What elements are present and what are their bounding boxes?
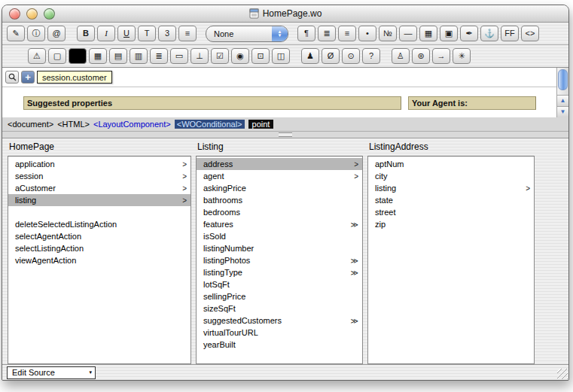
table-cell-button[interactable]: ▥ xyxy=(130,48,148,64)
draw-marker-button[interactable]: ✎ xyxy=(7,26,25,41)
breadcrumb-item[interactable]: <document> xyxy=(8,120,53,129)
keypath-field[interactable]: session.customer xyxy=(37,71,112,84)
list-item[interactable]: city xyxy=(368,170,534,182)
table-cell-suggested-properties[interactable]: Suggested properties xyxy=(23,96,401,110)
breadcrumb-item[interactable]: <LayoutComponent> xyxy=(93,120,171,129)
list-item[interactable]: virtualTourURL xyxy=(197,327,362,339)
bold-button[interactable]: B xyxy=(77,26,95,41)
source-tags-button[interactable]: <> xyxy=(521,26,539,41)
submit-button-button[interactable]: ▭ xyxy=(170,48,188,64)
window: HomePage.wo ✎ⓘ@ BIUT3≡ None ▲ ▼ ¶≣≡•№—▦▣… xyxy=(2,5,569,381)
table-element-button[interactable]: ▦ xyxy=(89,48,107,64)
paragraph-style-button[interactable]: ≡ xyxy=(178,26,197,41)
list-item[interactable]: listing> xyxy=(368,182,534,194)
align-left-button[interactable]: ≣ xyxy=(318,26,336,41)
list-item[interactable]: state xyxy=(368,194,534,206)
embed-code-button[interactable]: ⊛ xyxy=(412,48,430,64)
pilcrow-button[interactable]: ¶ xyxy=(297,26,315,41)
numbered-list-button[interactable]: № xyxy=(379,26,397,41)
list-item[interactable]: askingPrice xyxy=(197,182,362,194)
minimize-button[interactable] xyxy=(26,8,38,20)
woelement-button[interactable]: ▢ xyxy=(48,48,66,64)
arrow-button[interactable]: → xyxy=(432,48,450,64)
pane-splitter[interactable] xyxy=(2,132,568,138)
breadcrumb-item[interactable]: point xyxy=(248,120,274,129)
list-item[interactable]: isSold xyxy=(197,230,362,242)
popup-element-button[interactable]: ◫ xyxy=(272,48,290,64)
close-button[interactable] xyxy=(9,8,20,20)
inspector-button[interactable]: @ xyxy=(47,26,66,41)
edit-source-popup[interactable]: Edit Source ▾ xyxy=(7,366,96,379)
list-item[interactable]: street xyxy=(368,206,534,218)
text-field-button[interactable]: ⊡ xyxy=(251,48,270,64)
image-button[interactable]: ▣ xyxy=(440,26,458,41)
list-item[interactable]: address> xyxy=(197,158,362,170)
help-element-button[interactable]: ? xyxy=(362,48,380,64)
list-item[interactable]: selectListingAction xyxy=(8,242,190,254)
vertical-scrollbar[interactable]: ▲ ▼ xyxy=(556,68,568,117)
heading-popup[interactable]: None ▲ ▼ xyxy=(206,26,288,42)
table-button[interactable]: ▦ xyxy=(419,26,437,41)
scroll-down-button[interactable]: ▼ xyxy=(557,106,568,117)
scroll-up-button[interactable]: ▲ xyxy=(557,95,568,106)
element-path-bar: <document><HTML><LayoutComponent><WOCond… xyxy=(2,117,568,132)
warning-button[interactable]: ⚠ xyxy=(28,48,46,64)
list-item[interactable]: listingType≫ xyxy=(197,266,362,278)
list-item[interactable]: bathrooms xyxy=(197,194,362,206)
person-edit-button[interactable]: ♙ xyxy=(392,48,410,64)
scrollbar-thumb[interactable] xyxy=(558,69,568,90)
list-item[interactable]: selectAgentAction xyxy=(8,230,190,242)
list-item[interactable]: aCustomer> xyxy=(8,182,190,194)
font-size-button[interactable]: 3 xyxy=(158,26,176,41)
list-item[interactable]: application> xyxy=(8,158,190,170)
list-item[interactable]: sizeSqFt xyxy=(197,302,362,315)
teletype-button[interactable]: T xyxy=(138,26,156,41)
checkbox-button[interactable]: ☑ xyxy=(211,48,229,64)
component-content-button[interactable]: ✳ xyxy=(453,48,471,64)
no-selection-button[interactable]: Ø xyxy=(322,48,340,64)
list-item[interactable]: listingNumber xyxy=(197,242,362,254)
wysiwyg-preview[interactable]: Suggested properties Your Agent is: xyxy=(2,87,556,117)
list-item[interactable]: aptNum xyxy=(368,158,534,170)
list-gap xyxy=(8,206,190,218)
binding-strip: + session.customer xyxy=(2,68,556,87)
reset-button-button[interactable]: ⊥ xyxy=(190,48,209,64)
window-resize-grip[interactable] xyxy=(557,369,568,379)
bottom-bar: Edit Source ▾ xyxy=(2,364,568,380)
list-item[interactable]: suggestedCustomers≫ xyxy=(197,315,362,327)
horizontal-rule-button[interactable]: — xyxy=(399,26,417,41)
underline-button[interactable]: U xyxy=(117,26,136,41)
anchor-button[interactable]: ⚓ xyxy=(480,26,498,41)
list-item[interactable]: bedrooms xyxy=(197,206,362,218)
breadcrumb-item[interactable]: <WOConditional> xyxy=(175,120,245,129)
breadcrumb-item[interactable]: <HTML> xyxy=(57,120,90,129)
bullet-list-button[interactable]: • xyxy=(358,26,376,41)
browser-person-button[interactable]: ♟ xyxy=(301,48,319,64)
titlebar[interactable]: HomePage.wo xyxy=(2,5,568,23)
list-item[interactable]: agent> xyxy=(197,170,362,182)
color-swatch-button[interactable]: ■ xyxy=(69,48,87,64)
timer-button[interactable]: ⊙ xyxy=(342,48,360,64)
list-item[interactable]: zip xyxy=(368,218,534,230)
list-item[interactable]: listing> xyxy=(8,194,190,206)
list-item[interactable]: yearBuilt xyxy=(197,339,362,351)
italic-button[interactable]: I xyxy=(97,26,115,41)
list-item[interactable]: sellingPrice xyxy=(197,290,362,302)
list-item[interactable]: listingPhotos≫ xyxy=(197,254,362,266)
table-cell-your-agent[interactable]: Your Agent is: xyxy=(408,96,536,110)
form-button[interactable]: ≣ xyxy=(150,48,168,64)
list-item[interactable]: lotSqFt xyxy=(197,278,362,290)
list-item[interactable]: viewAgentAction xyxy=(8,254,190,266)
info-button[interactable]: ⓘ xyxy=(27,26,45,41)
inspect-keypath-button[interactable] xyxy=(5,71,19,84)
add-binding-button[interactable]: + xyxy=(21,71,35,84)
zoom-button[interactable] xyxy=(44,8,55,20)
table-header-button[interactable]: ▤ xyxy=(109,48,127,64)
list-item[interactable]: features≫ xyxy=(197,218,362,230)
pen-button[interactable]: ✒ xyxy=(460,26,478,41)
align-justify-button[interactable]: ≡ xyxy=(338,26,356,41)
list-item[interactable]: deleteSelectedListingAction xyxy=(8,218,190,230)
frames-button[interactable]: FF xyxy=(501,26,519,41)
list-item[interactable]: session> xyxy=(8,170,190,182)
radio-button-button[interactable]: ◉ xyxy=(231,48,249,64)
